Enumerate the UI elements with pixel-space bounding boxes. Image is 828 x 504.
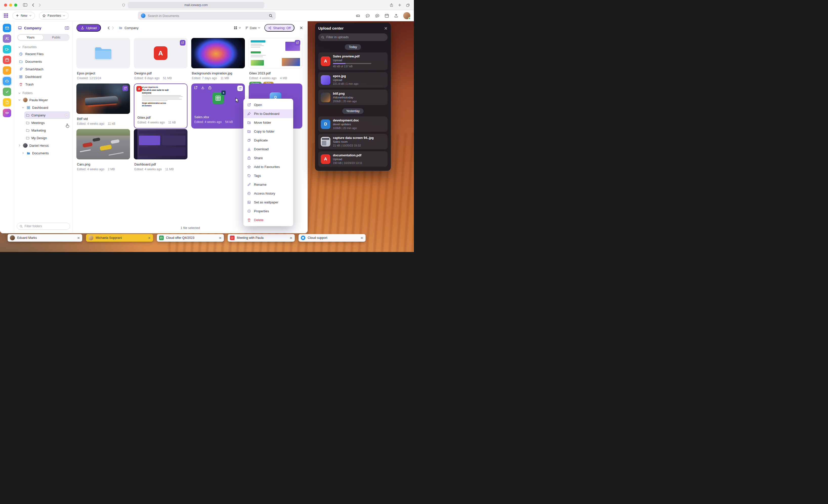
close-icon[interactable] bbox=[290, 237, 292, 239]
teamchat-icon[interactable] bbox=[365, 13, 370, 18]
chevron-right-icon[interactable] bbox=[22, 152, 25, 154]
meetings-app-icon[interactable] bbox=[3, 45, 11, 53]
menu-item-rename[interactable]: Rename bbox=[243, 180, 293, 189]
download-icon[interactable] bbox=[201, 86, 205, 90]
browser-share-icon[interactable] bbox=[389, 3, 394, 7]
file-card-bttf-vid[interactable]: BttF.vid Edited: 4 weeks ago11 kB bbox=[76, 83, 130, 127]
close-icon[interactable] bbox=[77, 237, 80, 239]
chat-icon[interactable] bbox=[375, 13, 380, 18]
nav-back-icon[interactable] bbox=[108, 26, 110, 30]
menu-item-tags[interactable]: Tags bbox=[243, 171, 293, 180]
browser-forward-icon[interactable] bbox=[39, 3, 41, 7]
tree-user-paula-meyer[interactable]: Paula Meyer bbox=[17, 96, 70, 104]
chevron-down-icon[interactable] bbox=[18, 99, 21, 101]
app-launcher-icon[interactable] bbox=[4, 13, 8, 18]
close-icon[interactable] bbox=[299, 26, 303, 30]
tree-folder-marketing[interactable]: Marketing bbox=[24, 127, 70, 134]
favorites-button[interactable]: Favorites bbox=[39, 12, 69, 19]
url-bar[interactable]: mail.icewarp.com bbox=[128, 2, 264, 8]
upload-center-icon[interactable] bbox=[394, 13, 399, 18]
upload-filter[interactable] bbox=[318, 33, 387, 41]
tree-folder-dashboard[interactable]: Dashboard bbox=[20, 104, 70, 111]
tab-public[interactable]: Public bbox=[43, 34, 69, 40]
games-icon[interactable] bbox=[356, 13, 361, 18]
upload-filter-input[interactable] bbox=[326, 35, 385, 39]
menu-item-properties[interactable]: Properties bbox=[243, 207, 293, 216]
user-avatar[interactable] bbox=[403, 12, 410, 19]
search-icon[interactable] bbox=[269, 14, 273, 18]
favourites-section-header[interactable]: Favourites bbox=[18, 45, 69, 49]
menu-item-download[interactable]: Download bbox=[243, 145, 293, 154]
tree-folder-company-selected[interactable]: Company bbox=[24, 111, 70, 119]
calendar-app-icon[interactable] bbox=[3, 56, 11, 64]
global-search[interactable] bbox=[138, 12, 276, 20]
breadcrumb[interactable]: Company bbox=[119, 26, 139, 30]
contacts-app-icon[interactable] bbox=[3, 34, 11, 43]
taskbar-chip-cloud-offer[interactable]: Cloud offer Q4/2023 bbox=[157, 234, 224, 242]
new-button[interactable]: New bbox=[12, 12, 35, 19]
file-card-gitex-pdf-selected[interactable]: A all your departments The all-in-one su… bbox=[134, 83, 188, 129]
menu-item-delete[interactable]: Delete bbox=[243, 216, 293, 224]
taskbar-chip-cloud-support[interactable]: Cloud support bbox=[298, 234, 366, 242]
browser-back-icon[interactable] bbox=[32, 3, 34, 7]
upload-item-sales-preview[interactable]: A Sales preview.pdf Upload 45 kB of 137 … bbox=[318, 52, 387, 70]
file-card-epos-project[interactable]: Epos project Created: 12/15/24 bbox=[76, 38, 130, 81]
tree-folder-my-design[interactable]: My Design bbox=[24, 134, 70, 142]
chevron-down-icon[interactable] bbox=[22, 106, 25, 109]
file-card-sales-xlsx[interactable]: S Sales.xlsx Edited: 4 weeks ago54 kB bbox=[191, 83, 245, 129]
file-card-designs-pdf[interactable]: A Designs.pdf Edited: 6 days ago51 MB bbox=[134, 38, 188, 81]
search-input[interactable] bbox=[148, 14, 266, 18]
sidebar-collapse-icon[interactable] bbox=[65, 26, 69, 30]
taskbar-chip-michaela-sopprani[interactable]: Michaela Sopprani bbox=[86, 234, 153, 242]
sidebar-item-recent-files[interactable]: Recent Files bbox=[17, 50, 70, 58]
taskbar-chip-meeting-with-paula[interactable]: Meeting with Paula bbox=[228, 234, 295, 242]
window-zoom-button[interactable] bbox=[14, 4, 17, 7]
close-icon[interactable] bbox=[219, 237, 221, 239]
icewarp-suite-icon[interactable] bbox=[3, 109, 11, 117]
sidebar-item-smartattach[interactable]: SmartAttach bbox=[17, 65, 70, 73]
sidebar-item-trash[interactable]: Trash bbox=[17, 80, 70, 88]
browser-tabs-icon[interactable] bbox=[406, 3, 410, 7]
folder-filter[interactable] bbox=[17, 223, 70, 230]
notes-app-icon[interactable] bbox=[3, 66, 11, 75]
share-icon[interactable] bbox=[208, 86, 212, 90]
folders-section-header[interactable]: Folders bbox=[18, 91, 69, 95]
tree-folder-meetings[interactable]: Meetings bbox=[24, 119, 70, 127]
upload-item-capture-data-screen[interactable]: capture data screen 94..jpg Sales room 2… bbox=[318, 134, 387, 149]
menu-item-move-folder[interactable]: Move folder bbox=[243, 118, 293, 127]
archive-app-icon[interactable] bbox=[3, 98, 11, 107]
tree-user-daniel-hersic[interactable]: Daniel Hersic bbox=[17, 142, 70, 149]
menu-item-add-to-favourites[interactable]: Add to Favourites bbox=[243, 162, 293, 171]
menu-item-duplicate[interactable]: Duplicate bbox=[243, 136, 293, 145]
tasks-app-icon[interactable] bbox=[3, 88, 11, 96]
mail-app-icon[interactable] bbox=[3, 24, 11, 32]
documents-app-icon[interactable] bbox=[3, 77, 11, 85]
file-card-cars-png[interactable]: Cars.png Edited: 4 weeks ago2 MB bbox=[76, 129, 130, 173]
file-card-backgrounds-jpg[interactable]: Backgrounds inspiration.jpg Edited: 7 da… bbox=[191, 38, 245, 81]
upload-item-development-doc[interactable]: D development.doc devel updates 100kB | … bbox=[318, 116, 387, 132]
browser-new-tab-icon[interactable] bbox=[398, 3, 402, 7]
upload-item-bttf-png[interactable]: bttf.png #idonethistoday 200kB | 20 min … bbox=[318, 90, 387, 105]
view-mode-button[interactable] bbox=[234, 26, 241, 30]
folder-filter-input[interactable] bbox=[25, 224, 67, 228]
close-icon[interactable] bbox=[361, 237, 363, 239]
calendar-icon[interactable] bbox=[384, 13, 389, 18]
browser-sidebar-toggle-icon[interactable] bbox=[23, 3, 27, 7]
menu-item-access-history[interactable]: Access history bbox=[243, 189, 293, 198]
window-close-button[interactable] bbox=[4, 4, 7, 7]
close-icon[interactable] bbox=[148, 237, 151, 239]
menu-item-pin-to-dashboard[interactable]: Pin to Dashboard bbox=[243, 109, 293, 118]
chevron-right-icon[interactable] bbox=[18, 144, 21, 147]
sidebar-item-dashboard[interactable]: Dashboard bbox=[17, 73, 70, 80]
sidebar-item-documents[interactable]: Documents bbox=[17, 58, 70, 65]
taskbar-chip-eduard-marks[interactable]: Eduard Marks bbox=[8, 234, 82, 242]
file-card-gitex-2023-pdf[interactable]: Gitex 2023.pdf Edited: 4 weeks ago4 MB D… bbox=[249, 38, 302, 81]
menu-item-open[interactable]: Open bbox=[243, 100, 293, 109]
tree-folder-documents[interactable]: Documents bbox=[20, 149, 70, 157]
tab-yours[interactable]: Yours bbox=[18, 34, 43, 40]
sort-button[interactable]: Date bbox=[245, 26, 260, 30]
sharing-toggle-button[interactable]: Sharing: Off bbox=[264, 24, 294, 32]
open-in-new-icon[interactable] bbox=[194, 86, 198, 90]
menu-item-set-as-wallpaper[interactable]: Set as wallpaper bbox=[243, 198, 293, 207]
upload-item-documentation-pdf[interactable]: A documentation.pdf Upload 190 kB | 10/2… bbox=[318, 151, 387, 167]
